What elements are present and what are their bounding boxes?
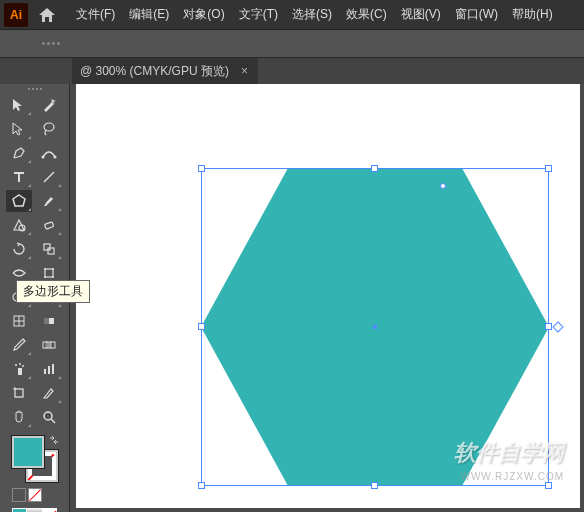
svg-point-13	[52, 276, 54, 278]
gradient-tool[interactable]	[36, 310, 62, 332]
svg-point-25	[15, 364, 17, 366]
svg-rect-9	[45, 269, 53, 277]
canvas-area: 软件自学网 WWW.RJZXW.COM	[70, 84, 584, 512]
svg-rect-30	[52, 364, 54, 374]
svg-marker-4	[13, 195, 25, 206]
svg-rect-21	[43, 342, 48, 348]
control-bar	[0, 30, 584, 58]
menu-file[interactable]: 文件(F)	[70, 4, 121, 25]
svg-point-27	[22, 365, 24, 367]
artboard-tool[interactable]	[6, 382, 32, 404]
selection-tool[interactable]	[6, 94, 32, 116]
svg-rect-7	[44, 244, 50, 250]
menu-window[interactable]: 窗口(W)	[449, 4, 504, 25]
shaper-tool[interactable]	[6, 214, 32, 236]
slice-tool[interactable]	[36, 382, 62, 404]
swap-fill-stroke-icon[interactable]	[48, 434, 60, 446]
menu-object[interactable]: 对象(O)	[177, 4, 230, 25]
svg-marker-36	[201, 168, 549, 486]
hand-tool[interactable]	[6, 406, 32, 428]
menu-items: 文件(F) 编辑(E) 对象(O) 文字(T) 选择(S) 效果(C) 视图(V…	[70, 4, 559, 25]
svg-rect-20	[44, 318, 49, 324]
svg-rect-24	[18, 368, 22, 375]
tooltip-polygon: 多边形工具	[16, 280, 90, 303]
svg-line-35	[51, 419, 55, 423]
top-menu-bar: Ai 文件(F) 编辑(E) 对象(O) 文字(T) 选择(S) 效果(C) 视…	[0, 0, 584, 30]
default-fill-stroke[interactable]	[12, 488, 26, 502]
type-tool[interactable]	[6, 166, 32, 188]
panel-grip[interactable]	[6, 88, 63, 90]
tools-panel: 多边形工具	[0, 84, 70, 512]
svg-rect-29	[48, 366, 50, 374]
magic-wand-tool[interactable]	[36, 94, 62, 116]
hexagon-shape[interactable]	[201, 168, 549, 486]
svg-rect-6	[44, 222, 53, 229]
artboard[interactable]: 软件自学网 WWW.RJZXW.COM	[76, 84, 580, 508]
line-tool[interactable]	[36, 166, 62, 188]
brush-tool[interactable]	[36, 190, 62, 212]
blend-tool[interactable]	[36, 334, 62, 356]
svg-point-1	[41, 156, 44, 159]
menu-view[interactable]: 视图(V)	[395, 4, 447, 25]
fill-stroke-indicator[interactable]	[12, 436, 58, 482]
symbol-sprayer-tool[interactable]	[6, 358, 32, 380]
close-icon[interactable]: ×	[239, 64, 250, 78]
eyedropper-tool[interactable]	[6, 334, 32, 356]
color-chip-fill[interactable]	[12, 508, 27, 512]
svg-rect-28	[44, 369, 46, 374]
color-swatch-area	[6, 436, 63, 512]
scale-tool[interactable]	[36, 238, 62, 260]
app-logo: Ai	[4, 3, 28, 27]
direct-selection-tool[interactable]	[6, 118, 32, 140]
menu-select[interactable]: 选择(S)	[286, 4, 338, 25]
svg-point-2	[53, 156, 56, 159]
polygon-tool[interactable]	[6, 190, 32, 212]
svg-point-11	[52, 268, 54, 270]
graph-tool[interactable]	[36, 358, 62, 380]
svg-line-3	[44, 172, 54, 182]
live-corner-widget[interactable]	[552, 321, 563, 332]
document-tab-bar: @ 300% (CMYK/GPU 预览) ×	[0, 58, 584, 84]
menu-help[interactable]: 帮助(H)	[506, 4, 559, 25]
document-tab[interactable]: @ 300% (CMYK/GPU 预览) ×	[72, 58, 258, 84]
tab-title: @ 300% (CMYK/GPU 预览)	[80, 63, 229, 80]
svg-rect-8	[48, 248, 54, 254]
svg-rect-31	[15, 389, 23, 397]
pen-tool[interactable]	[6, 142, 32, 164]
fill-swatch[interactable]	[12, 436, 44, 468]
lasso-tool[interactable]	[36, 118, 62, 140]
gradient-chip[interactable]	[27, 508, 42, 512]
curvature-tool[interactable]	[36, 142, 62, 164]
zoom-tool[interactable]	[36, 406, 62, 428]
none-color[interactable]	[28, 488, 42, 502]
svg-point-12	[44, 276, 46, 278]
menu-type[interactable]: 文字(T)	[233, 4, 284, 25]
rotate-tool[interactable]	[6, 238, 32, 260]
menu-effect[interactable]: 效果(C)	[340, 4, 393, 25]
menu-edit[interactable]: 编辑(E)	[123, 4, 175, 25]
svg-point-10	[44, 268, 46, 270]
none-chip[interactable]	[42, 508, 57, 512]
home-icon[interactable]	[34, 3, 60, 27]
svg-point-26	[19, 363, 21, 365]
color-mode-row	[6, 504, 63, 512]
mesh-tool[interactable]	[6, 310, 32, 332]
svg-point-34	[44, 412, 52, 420]
eraser-tool[interactable]	[36, 214, 62, 236]
